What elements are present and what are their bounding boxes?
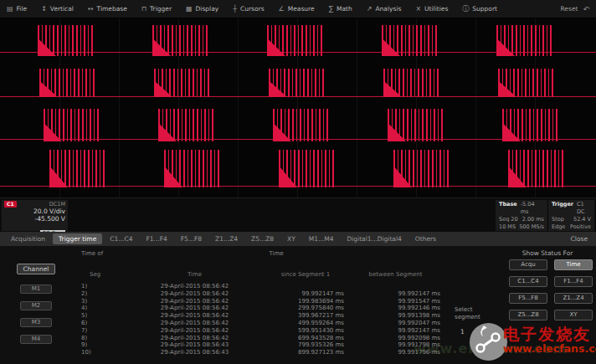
tab-z1-z4[interactable]: Z1...Z4 [209,233,244,244]
burst-ramp [279,166,297,187]
close-button[interactable]: Close [571,235,588,243]
show-status-button-f5-f8[interactable]: F5...F8 [509,293,547,304]
menu-item-file[interactable]: ▤File [7,5,27,13]
menu-item-label: Utilities [424,5,448,13]
cell-time: 29-April-2015 08:56:42 [126,290,264,298]
table-row: 6)29-April-2015 08:56:42499.959264 ms99.… [80,320,456,327]
show-status-button-z1-z4[interactable]: Z1...Z4 [554,293,593,304]
menu-item-label: Math [337,5,352,13]
menu-item-label: Display [196,5,219,13]
cell-seg: 4) [80,305,126,312]
tab-others[interactable]: Others [409,233,442,244]
burst-ramp [44,122,62,141]
table-row: 1)29-April-2015 08:56:42 [80,283,456,290]
menu-item-analysis[interactable]: ↗Analysis [367,5,402,13]
cell-seg: 5) [80,312,126,320]
waveform-burst [496,25,553,56]
burst-ramp [498,80,516,97]
burst-ramp [382,38,400,56]
cell-time: 29-April-2015 08:56:42 [126,298,264,305]
column-header-between-segment: between Segment [347,271,444,279]
cell-since-segment-1: 599.951430 ms [264,327,347,335]
cursors-icon: ┼ [233,5,237,13]
trigger-value: C1 DC [577,201,591,216]
cell-between-segment: 99.991547 ms [347,298,444,305]
burst-ramp [158,122,177,141]
tab-f5-f8[interactable]: F5...F8 [175,233,208,244]
tab-f1-f4[interactable]: F1...F4 [140,233,172,244]
table-row: 5)29-April-2015 08:56:42399.967217 ms99.… [80,312,456,320]
oscilloscope-app: ▤File↕Vertical↔Timebase⊓Trigger▦Display┼… [0,0,596,364]
cell-seg: 8) [80,335,126,342]
timebase-row: Seq 202.00 ms [499,216,544,223]
waveform-grid[interactable] [0,18,596,197]
menu-item-timebase[interactable]: ↔Timebase [88,5,127,13]
file-icon: ▤ [7,5,13,13]
menu-item-vertical[interactable]: ↕Vertical [41,5,74,13]
grid-line [475,18,476,197]
tab-m1-m4[interactable]: M1...M4 [303,233,340,244]
grid-line [357,18,357,197]
show-status-button-f1-f4[interactable]: F1...F4 [554,276,593,287]
menu-item-math[interactable]: ∑Math [329,5,352,13]
show-status-button-time[interactable]: Time [554,259,593,270]
channel-coupling: DC1M [49,201,65,208]
button-m2[interactable]: M2 [20,301,52,310]
table-header: SegTimesince Segment 1between Segment [80,271,456,279]
cell-since-segment-1 [264,283,347,290]
cell-seg: 1) [80,283,126,290]
show-status-button-xy[interactable]: XY [554,310,593,320]
burst-ramp [164,166,182,187]
tab-c1-c4[interactable]: C1...C4 [104,233,138,244]
trigger-time-table: SegTimesince Segment 1between Segment 1)… [80,271,456,356]
cell-time: 29-April-2015 08:56:43 [126,341,264,349]
waveform-burst [508,150,565,187]
math-icon: ∑ [329,5,333,13]
menu-item-display[interactable]: ▦Display [186,5,218,13]
menu-item-trigger[interactable]: ⊓Trigger [141,5,172,13]
menu-item-support[interactable]: ⓘSupport [462,4,497,13]
channel-button[interactable]: Channel [17,264,55,274]
menu-item-utilities[interactable]: ×Utilities [415,5,448,13]
channel-c1-descriptor[interactable]: C1 DC1M 20.0 V/div -45.500 V 20 Seg [2,200,68,231]
status-tab-bar: AcquisitionTrigger timeC1...C4F1...F4F5.… [0,232,596,246]
cell-since-segment-1: 699.943528 ms [264,335,347,342]
menu-item-measure[interactable]: ∠Measure [279,5,315,13]
select-segment-value[interactable]: 1 [460,328,469,336]
timebase-label: Tbase [499,201,517,216]
cell-since-segment-1: 899.927123 ms [264,349,347,356]
timebase-descriptor[interactable]: Tbase-5.04 msSeq 202.00 ms10 MS500 MS/s [496,200,547,231]
button-m1[interactable]: M1 [20,285,52,294]
timebase-row: 10 MS500 MS/s [499,223,544,231]
button-m4[interactable]: M4 [20,335,52,344]
tab-digital1-digital4[interactable]: Digital1...Digital4 [341,233,407,244]
menu-item-cursors[interactable]: ┼Cursors [233,5,264,13]
show-status-button-c1-c4[interactable]: C1...C4 [509,276,547,287]
tab-acquisition[interactable]: Acquisition [5,233,51,244]
show-status-button-acqu[interactable]: Acqu [509,259,547,270]
burst-ramp [388,122,406,141]
cell-since-segment-1: 199.983694 ms [264,298,347,305]
trigger-row: EdgePositive [552,223,591,231]
show-status-button-z5-z8[interactable]: Z5...Z8 [509,310,547,320]
button-m3[interactable]: M3 [20,318,52,327]
waveform-burst [383,69,440,97]
cell-since-segment-1: 499.959264 ms [264,320,347,327]
reset-button[interactable]: Reset [561,5,578,13]
table-row: 8)29-April-2015 08:56:42699.943528 ms99.… [80,335,456,342]
trigger-value: Positive [570,223,591,231]
waveform-burst [279,150,336,187]
undo-icon[interactable]: ↶ [583,5,589,13]
tab-trigger-time[interactable]: Trigger time [53,233,102,244]
timebase-trigger-descriptor[interactable]: Tbase-5.04 msSeq 202.00 ms10 MS500 MS/s … [496,200,594,231]
menu-bar: ▤File↕Vertical↔Timebase⊓Trigger▦Display┼… [0,0,596,18]
burst-ramp [273,122,291,141]
tab-z5-z8[interactable]: Z5...Z8 [245,233,280,244]
tab-xy[interactable]: XY [281,233,301,244]
cell-since-segment-1: 99.992147 ms [264,290,347,298]
analysis-icon: ↗ [367,5,372,13]
menu-item-label: Support [472,5,497,13]
support-icon: ⓘ [462,4,469,13]
trigger-descriptor[interactable]: TriggerC1 DCStop52.4 VEdgePositive [547,200,594,231]
trigger-label: Stop [552,216,564,223]
